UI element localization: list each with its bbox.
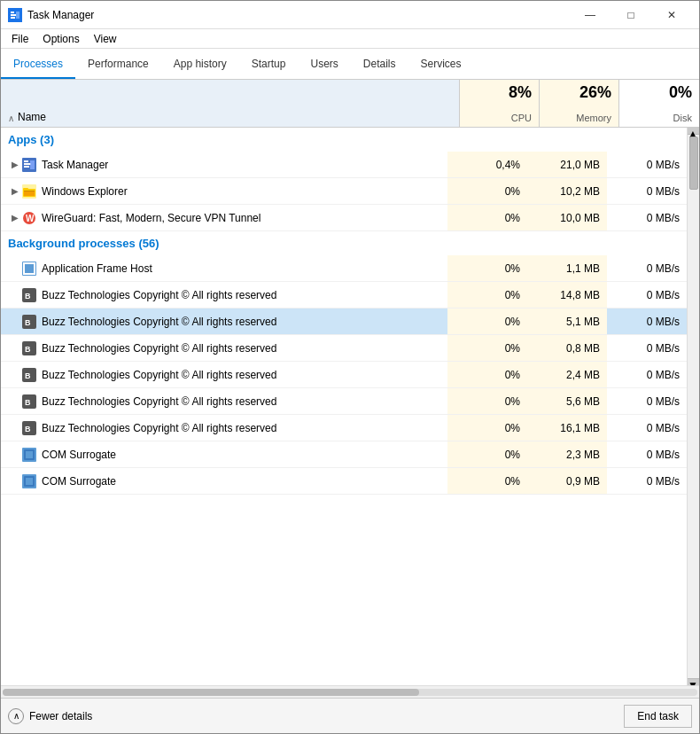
row-app-icon: W xyxy=(22,211,36,225)
row-mem-value: 14,8 MB xyxy=(527,282,607,308)
tab-bar: Processes Performance App history Startu… xyxy=(1,49,699,80)
table-row[interactable]: ▶WWireGuard: Fast, Modern, Secure VPN Tu… xyxy=(1,205,687,231)
row-label: COM Surrogate xyxy=(42,449,116,461)
row-label: Buzz Technologies Copyright © All rights… xyxy=(42,289,276,301)
row-app-icon: B xyxy=(22,394,36,409)
row-cpu-value: 0% xyxy=(447,178,527,204)
row-label: Buzz Technologies Copyright © All rights… xyxy=(42,316,276,328)
row-expand-icon[interactable]: ▶ xyxy=(8,160,22,169)
row-cpu-value: 0% xyxy=(447,415,527,441)
row-name-cell: COM Surrogate xyxy=(1,474,447,488)
table-row[interactable]: ▶Task Manager0,4%21,0 MB0 MB/s xyxy=(1,152,687,178)
end-task-button[interactable]: End task xyxy=(624,705,692,728)
col-memory-header[interactable]: 26% Memory xyxy=(540,80,619,127)
column-headers: ∧ Name 8% CPU 26% Memory 0% Disk xyxy=(1,80,699,128)
window-controls: — □ ✕ xyxy=(570,1,692,29)
row-app-icon: B xyxy=(22,315,36,329)
row-mem-value: 5,1 MB xyxy=(527,308,607,334)
row-disk-value: 0 MB/s xyxy=(607,362,687,387)
tab-performance[interactable]: Performance xyxy=(75,51,161,79)
row-cpu-value: 0% xyxy=(447,282,527,308)
row-label: Buzz Technologies Copyright © All rights… xyxy=(42,422,276,434)
row-label: Buzz Technologies Copyright © All rights… xyxy=(42,369,276,381)
name-col-label: Name xyxy=(18,111,46,123)
row-cpu-value: 0% xyxy=(447,441,527,467)
row-expand-icon[interactable]: ▶ xyxy=(8,213,22,223)
vertical-scrollbar[interactable]: ▲ ▼ xyxy=(687,128,699,685)
row-cpu-value: 0% xyxy=(447,388,527,414)
svg-rect-31 xyxy=(26,451,33,458)
svg-text:B: B xyxy=(25,371,31,380)
tab-app-history[interactable]: App history xyxy=(161,51,239,79)
scroll-thumb[interactable] xyxy=(689,137,698,190)
scroll-up-arrow[interactable]: ▲ xyxy=(688,128,699,135)
table-row[interactable]: Application Frame Host0%1,1 MB0 MB/s xyxy=(1,255,687,282)
row-name-cell: ▶WWireGuard: Fast, Modern, Secure VPN Tu… xyxy=(1,211,447,225)
row-label: WireGuard: Fast, Modern, Secure VPN Tunn… xyxy=(42,212,261,224)
row-disk-value: 0 MB/s xyxy=(607,178,687,204)
row-mem-value: 10,0 MB xyxy=(527,205,607,230)
table-row[interactable]: BBuzz Technologies Copyright © All right… xyxy=(1,388,687,415)
row-disk-value: 0 MB/s xyxy=(607,255,687,281)
tab-users[interactable]: Users xyxy=(298,51,350,79)
scroll-down-arrow[interactable]: ▼ xyxy=(688,678,699,685)
table-row[interactable]: BBuzz Technologies Copyright © All right… xyxy=(1,335,687,362)
table-row[interactable]: BBuzz Technologies Copyright © All right… xyxy=(1,308,687,335)
svg-rect-6 xyxy=(24,160,28,162)
horizontal-scrollbar[interactable] xyxy=(1,685,699,698)
row-label: Windows Explorer xyxy=(42,185,128,198)
sort-chevron-icon: ∧ xyxy=(8,113,14,123)
row-name-cell: BBuzz Technologies Copyright © All right… xyxy=(1,421,447,435)
row-name-cell: BBuzz Technologies Copyright © All right… xyxy=(1,368,447,382)
minimize-button[interactable]: — xyxy=(570,1,611,29)
row-label: Task Manager xyxy=(42,159,108,171)
row-label: Application Frame Host xyxy=(42,262,152,275)
row-app-icon xyxy=(22,474,36,488)
row-app-icon xyxy=(22,158,36,172)
row-app-icon xyxy=(22,448,36,462)
table-row[interactable]: ▶Windows Explorer0%10,2 MB0 MB/s xyxy=(1,178,687,205)
row-mem-value: 1,1 MB xyxy=(527,255,607,281)
tab-processes[interactable]: Processes xyxy=(1,51,75,79)
fewer-details-button[interactable]: ∧ Fewer details xyxy=(8,708,92,724)
row-disk-value: 0 MB/s xyxy=(607,388,687,414)
menu-file[interactable]: File xyxy=(4,31,35,47)
row-app-icon: B xyxy=(22,288,36,302)
row-disk-value: 0 MB/s xyxy=(607,152,687,177)
table-row[interactable]: BBuzz Technologies Copyright © All right… xyxy=(1,282,687,308)
row-cpu-value: 0% xyxy=(447,362,527,387)
svg-rect-9 xyxy=(30,160,35,169)
cpu-percent: 8% xyxy=(509,83,532,102)
row-mem-value: 16,1 MB xyxy=(527,415,607,441)
menu-options[interactable]: Options xyxy=(35,31,86,47)
table-row[interactable]: COM Surrogate0%2,3 MB0 MB/s xyxy=(1,441,687,468)
row-disk-value: 0 MB/s xyxy=(607,308,687,334)
close-button[interactable]: ✕ xyxy=(651,1,692,29)
col-disk-header[interactable]: 0% Disk xyxy=(619,80,699,127)
col-cpu-header[interactable]: 8% CPU xyxy=(460,80,540,127)
table-row[interactable]: COM Surrogate0%0,9 MB0 MB/s xyxy=(1,468,687,495)
svg-rect-34 xyxy=(26,478,33,485)
fewer-details-icon: ∧ xyxy=(8,708,24,724)
title-bar: Task Manager — □ ✕ xyxy=(1,1,699,29)
row-disk-value: 0 MB/s xyxy=(607,441,687,467)
svg-rect-12 xyxy=(23,188,28,191)
h-scroll-track xyxy=(3,689,697,696)
row-expand-icon[interactable]: ▶ xyxy=(8,186,22,196)
tab-startup[interactable]: Startup xyxy=(239,51,299,79)
tab-services[interactable]: Services xyxy=(408,51,474,79)
tab-details[interactable]: Details xyxy=(351,51,408,79)
row-label: Buzz Technologies Copyright © All rights… xyxy=(42,395,276,408)
table-row[interactable]: BBuzz Technologies Copyright © All right… xyxy=(1,415,687,441)
table-row[interactable]: BBuzz Technologies Copyright © All right… xyxy=(1,362,687,388)
row-name-cell: BBuzz Technologies Copyright © All right… xyxy=(1,394,447,409)
row-mem-value: 0,8 MB xyxy=(527,335,607,361)
maximize-button[interactable]: □ xyxy=(611,1,651,29)
menu-view[interactable]: View xyxy=(87,31,124,47)
svg-text:B: B xyxy=(25,292,31,301)
row-cpu-value: 0% xyxy=(447,308,527,334)
col-name-header[interactable]: ∧ Name xyxy=(1,80,460,127)
svg-rect-2 xyxy=(11,14,16,16)
h-scroll-thumb[interactable] xyxy=(3,689,419,696)
row-name-cell: COM Surrogate xyxy=(1,448,447,462)
